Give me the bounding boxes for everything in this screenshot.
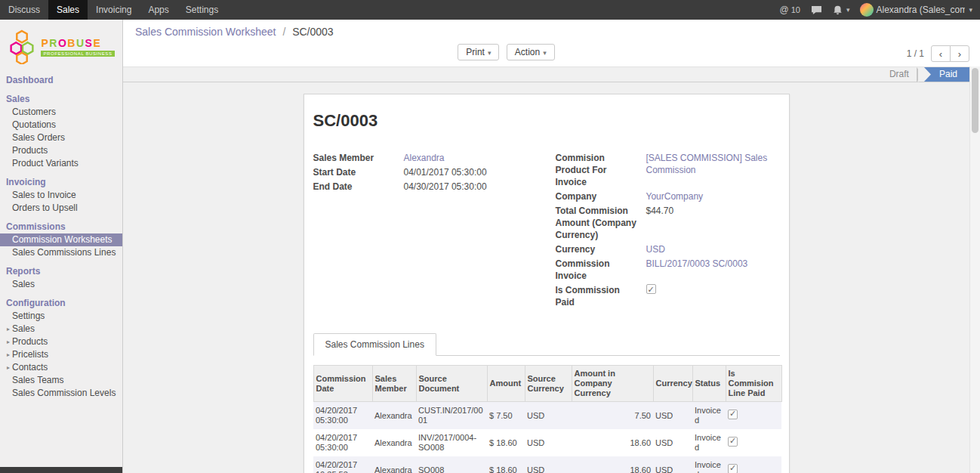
currency-link[interactable]: USD — [646, 243, 780, 255]
col-status[interactable]: Status — [692, 366, 726, 402]
col-source-document[interactable]: Source Document — [416, 366, 487, 402]
sidebar-item-label: Pricelists — [12, 349, 48, 360]
field-label: Sales Member — [313, 152, 404, 164]
avatar — [860, 3, 874, 17]
sidebar-item-contacts[interactable]: ▸Contacts — [0, 361, 122, 374]
sidebar-item-product-variants[interactable]: Product Variants — [0, 157, 122, 170]
sidebar-heading-dashboard[interactable]: Dashboard — [0, 73, 122, 87]
table-row[interactable]: 04/20/2017 05:30:00 Alexandra CUST.IN/20… — [313, 402, 781, 430]
cell-source-document: INV/2017/0004-SO008 — [416, 429, 487, 456]
cell-source-document: SO008 — [416, 456, 487, 473]
breadcrumb-separator: / — [282, 26, 285, 38]
sidebar-item-settings[interactable]: Settings — [0, 310, 122, 323]
probuse-logo[interactable]: PROBUSE PROFESSIONAL BUSINESS — [0, 20, 122, 73]
top-navbar: Discuss Sales Invoicing Apps Settings @ … — [0, 0, 980, 20]
col-source-currency[interactable]: Source Currency — [525, 366, 572, 402]
sidebar-item-sales-orders[interactable]: Sales Orders — [0, 131, 122, 144]
menu-sales[interactable]: Sales — [48, 0, 88, 20]
menu-discuss[interactable]: Discuss — [0, 0, 48, 20]
table-header-row: Commission Date Sales Member Source Docu… — [313, 366, 781, 402]
col-currency[interactable]: Currency — [653, 366, 692, 402]
chevron-right-icon: ▸ — [7, 364, 10, 371]
col-line-paid[interactable]: Is Commision Line Paid — [726, 366, 781, 402]
pager-previous-button[interactable]: ‹ — [931, 45, 951, 62]
sales-member-link[interactable]: Alexandra — [404, 152, 538, 164]
user-menu[interactable]: Alexandra (Sales_comm... ▾ — [860, 3, 972, 17]
logo-hexagons-icon — [8, 29, 36, 64]
logo-subtitle: PROFESSIONAL BUSINESS — [41, 51, 114, 57]
field-currency: Currency USD — [556, 243, 780, 255]
app-window: Discuss Sales Invoicing Apps Settings @ … — [0, 0, 980, 473]
sidebar-heading-reports[interactable]: Reports — [0, 264, 122, 278]
menu-invoicing[interactable]: Invoicing — [88, 0, 140, 20]
breadcrumb-parent-link[interactable]: Sales Commission Worksheet — [135, 26, 276, 38]
sidebar-item-label: Contacts — [12, 362, 48, 373]
sidebar-item-sales-commissions-lines[interactable]: Sales Commissions Lines — [0, 246, 122, 259]
mentions-icon: @ — [780, 5, 789, 15]
cell-commission-date: 04/20/2017 10:35:53 — [313, 456, 372, 473]
statusbar-arrow-icon — [917, 67, 924, 82]
activities-button[interactable]: ▾ — [833, 5, 850, 15]
record-title: SC/0003 — [313, 111, 780, 131]
sidebar-heading-sales[interactable]: Sales — [0, 92, 122, 106]
logo-title: PROBUSE — [41, 37, 114, 49]
chevron-right-icon: ▸ — [7, 339, 10, 345]
col-amount-company-currency[interactable]: Amount in Company Currency — [572, 366, 653, 402]
menu-settings[interactable]: Settings — [177, 0, 227, 20]
sidebar-heading-invoicing[interactable]: Invoicing — [0, 175, 122, 189]
status-paid[interactable]: Paid — [924, 67, 969, 82]
col-sales-member[interactable]: Sales Member — [372, 366, 416, 402]
caret-down-icon: ▾ — [488, 49, 492, 57]
bell-icon — [833, 5, 843, 15]
vertical-scrollbar[interactable] — [969, 66, 980, 473]
pager-next-button[interactable]: › — [950, 45, 969, 62]
messages-button[interactable]: @ 10 — [780, 5, 800, 15]
cell-source-document: CUST.IN/2017/0001 — [416, 402, 487, 430]
table-row[interactable]: 04/20/2017 05:30:00 Alexandra INV/2017/0… — [313, 429, 781, 456]
cell-line-paid — [726, 429, 781, 456]
field-sales-member: Sales Member Alexandra — [313, 152, 538, 164]
company-link[interactable]: YourCompany — [646, 190, 780, 202]
sidebar-item-sales-teams[interactable]: Sales Teams — [0, 374, 122, 387]
print-button-label: Print — [466, 47, 485, 57]
menu-apps[interactable]: Apps — [140, 0, 177, 20]
col-amount[interactable]: Amount — [487, 366, 525, 402]
control-panel: Sales Commission Worksheet / SC/0003 Pri… — [123, 20, 980, 66]
cell-line-paid — [726, 456, 781, 473]
cell-currency: USD — [653, 402, 692, 430]
cell-status: Invoiced — [692, 402, 726, 430]
sidebar-item-orders-to-upsell[interactable]: Orders to Upsell — [0, 202, 122, 215]
commission-invoice-link[interactable]: BILL/2017/0003 SC/0003 — [646, 258, 780, 270]
sidebar-heading-configuration[interactable]: Configuration — [0, 296, 122, 310]
left-field-group: Sales Member Alexandra Start Date 04/01/… — [313, 152, 538, 311]
right-field-group: Commision Product For Invoice [SALES COM… — [556, 152, 780, 311]
tab-sales-commission-lines[interactable]: Sales Commission Lines — [313, 333, 436, 356]
sidebar-item-commission-worksheets[interactable]: Commission Worksheets — [0, 233, 122, 246]
chat-button[interactable] — [811, 5, 822, 15]
commission-lines-table: Commission Date Sales Member Source Docu… — [313, 365, 782, 473]
sidebar-item-reports-sales[interactable]: Sales — [0, 278, 122, 291]
print-button[interactable]: Print▾ — [458, 44, 499, 60]
sidebar-heading-commissions[interactable]: Commissions — [0, 220, 122, 233]
scrollbar-thumb[interactable] — [972, 68, 978, 133]
commission-product-link[interactable]: [SALES COMMISSION] Sales Commission — [646, 152, 780, 176]
sidebar-item-config-products[interactable]: ▸Products — [0, 335, 122, 348]
messages-count: 10 — [791, 5, 800, 14]
cell-sales-member: Alexandra — [372, 402, 416, 430]
sidebar-item-pricelists[interactable]: ▸Pricelists — [0, 348, 122, 361]
sidebar-item-sales-to-invoice[interactable]: Sales to Invoice — [0, 189, 122, 202]
caret-down-icon: ▾ — [543, 49, 547, 57]
status-draft[interactable]: Draft — [882, 67, 917, 82]
sidebar-item-products[interactable]: Products — [0, 144, 122, 157]
sidebar-item-config-sales[interactable]: ▸Sales — [0, 323, 122, 335]
sidebar-item-sales-commission-levels[interactable]: Sales Commission Levels — [0, 387, 122, 400]
sidebar-item-customers[interactable]: Customers — [0, 106, 122, 119]
action-button[interactable]: Action▾ — [507, 44, 555, 60]
sidebar-item-quotations[interactable]: Quotations — [0, 119, 122, 131]
col-commission-date[interactable]: Commission Date — [313, 366, 372, 402]
main-menu: Discuss Sales Invoicing Apps Settings — [0, 0, 227, 20]
field-company: Company YourCompany — [556, 190, 780, 202]
is-commission-paid-checkbox — [646, 284, 656, 294]
table-row[interactable]: 04/20/2017 10:35:53 Alexandra SO008 $ 18… — [313, 456, 781, 473]
field-groups: Sales Member Alexandra Start Date 04/01/… — [313, 152, 780, 311]
